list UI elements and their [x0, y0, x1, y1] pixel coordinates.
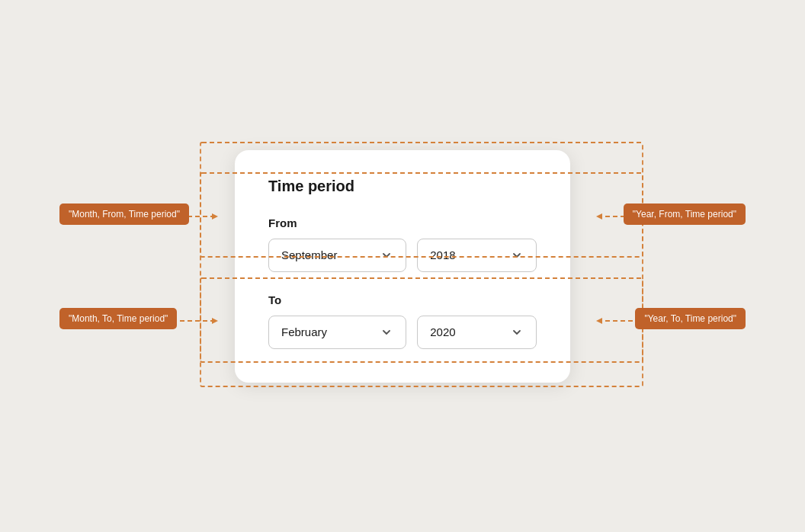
to-row: February 2020 [268, 316, 537, 349]
annotation-month-to: "Month, To, Time period" [59, 308, 177, 329]
to-month-value: February [281, 325, 327, 338]
svg-marker-10 [596, 318, 602, 324]
scene: "Month, From, Time period" "Year, From, … [59, 75, 746, 457]
to-year-dropdown[interactable]: 2020 [417, 316, 537, 349]
from-month-dropdown[interactable]: September [268, 239, 406, 272]
to-month-dropdown[interactable]: February [268, 316, 406, 349]
from-label: From [268, 216, 537, 229]
to-label: To [268, 293, 537, 306]
svg-marker-6 [596, 213, 602, 220]
to-year-chevron-icon [510, 325, 524, 339]
from-year-value: 2018 [430, 248, 455, 261]
annotation-year-from: "Year, From, Time period" [624, 204, 746, 225]
from-row: September 2018 [268, 239, 537, 272]
time-period-card: Time period From September 2018 [235, 150, 570, 383]
to-year-value: 2020 [430, 325, 455, 338]
annotation-year-to: "Year, To, Time period" [635, 308, 746, 329]
from-month-value: September [281, 248, 337, 261]
card-title: Time period [268, 178, 537, 195]
svg-marker-8 [212, 318, 218, 324]
from-year-chevron-icon [510, 248, 524, 262]
svg-marker-4 [212, 213, 218, 220]
from-year-dropdown[interactable]: 2018 [417, 239, 537, 272]
annotation-month-from: "Month, From, Time period" [59, 204, 189, 225]
from-month-chevron-icon [380, 248, 393, 262]
to-month-chevron-icon [380, 325, 393, 339]
